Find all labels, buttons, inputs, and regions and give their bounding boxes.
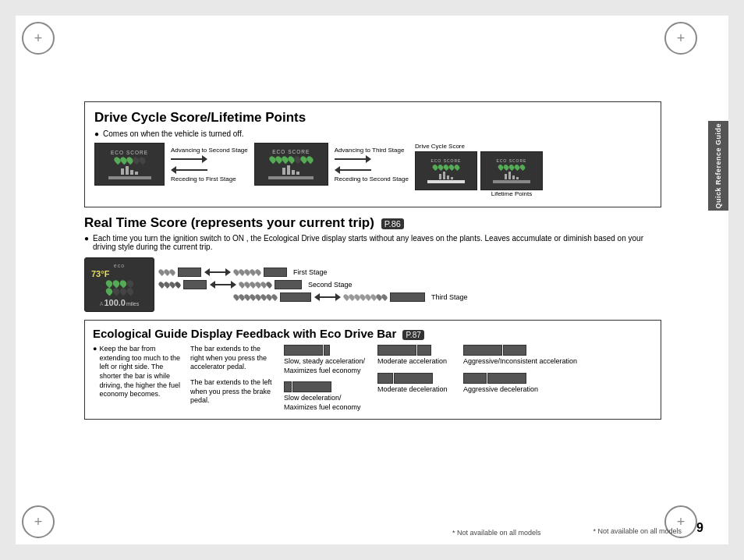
- eco-guide-page-ref: P.87: [402, 330, 423, 340]
- arrow-left-icon: [314, 293, 320, 301]
- advancing-label-2: Advancing to Third Stage: [335, 147, 405, 154]
- third-stage-label: Third Stage: [431, 293, 468, 301]
- arrows-1-2: Advancing to Second Stage Receding to Fi…: [171, 143, 248, 183]
- eco-drive-display: eco 73°F A 100.0 miles: [84, 257, 154, 312]
- main-content: Drive Cycle Score/Lifetime Points ● Come…: [84, 101, 661, 420]
- second-stage-label: Second Stage: [308, 281, 353, 289]
- bullet-icon: ●: [94, 129, 99, 138]
- eco-diagram-3: Drive Cycle Score ECO SCORE: [415, 143, 543, 197]
- eco-diagram-2: ECO SCORE: [254, 143, 328, 186]
- corner-mark-tr: [664, 22, 697, 55]
- sidebar-label: Quick Reference Guide: [714, 123, 722, 209]
- sidebar-tab: Quick Reference Guide: [708, 121, 728, 211]
- drive-cycle-score-label: Drive Cycle Score: [415, 143, 465, 150]
- rts-page-ref: P.86: [381, 218, 404, 229]
- arrow-left-icon: [335, 166, 340, 174]
- eco-screen-2: ECO SCORE: [254, 143, 328, 186]
- second-stage-row: Second Stage: [159, 280, 468, 289]
- eco-diagrams-row: ECO SCORE: [94, 143, 651, 197]
- arrow-right-icon: [366, 155, 371, 163]
- eco-screen-3b: ECO SCORE: [480, 151, 543, 190]
- arrow-right-icon: [225, 268, 231, 276]
- page-number: 9: [696, 521, 703, 535]
- eco-guide-title: Ecological Guide Display Feedback with E…: [93, 327, 653, 340]
- drive-cycle-title: Drive Cycle Score/Lifetime Points: [94, 110, 651, 126]
- receding-label-2: Receding to Second Stage: [335, 175, 409, 183]
- eco-guide-col5: Aggressive/Inconsistent acceleration Agg…: [463, 345, 653, 413]
- rts-bullet: ● Each time you turn the ignition switch…: [84, 234, 661, 251]
- eco-guide-content: ● Keep the bar from extending too much t…: [93, 345, 653, 413]
- footnote: * Not available on all models: [593, 527, 682, 535]
- eco-diagram-1: ECO SCORE: [94, 143, 165, 186]
- first-stage-row: First Stage: [159, 268, 468, 277]
- corner-mark-tl: [22, 22, 55, 55]
- arrow-left-icon: [171, 166, 176, 174]
- corner-mark-bl: [22, 505, 55, 538]
- rts-title: Real Time Score (represents your current…: [84, 215, 661, 231]
- arrow-left-icon: [204, 268, 210, 276]
- advancing-label-1: Advancing to Second Stage: [171, 147, 248, 154]
- drive-cycle-bullet: ● Comes on when the vehicle is turned of…: [94, 129, 651, 138]
- eco-guide-section: Ecological Guide Display Feedback with E…: [84, 320, 661, 420]
- arrow-right-icon: [202, 155, 207, 163]
- footnote-text: * Not available on all models: [452, 529, 541, 537]
- lifetime-label: Lifetime Points: [480, 190, 543, 197]
- eco-screen-3a: ECO SCORE: [415, 151, 477, 190]
- eco-guide-col3: Slow, steady acceleration/ Maximizes fue…: [284, 345, 370, 413]
- stage-displays: First Stage: [159, 268, 468, 302]
- eco-guide-col1: ● Keep the bar from extending too much t…: [93, 345, 182, 413]
- arrow-left-icon: [210, 281, 215, 289]
- drive-cycle-section: Drive Cycle Score/Lifetime Points ● Come…: [84, 101, 661, 207]
- leaf: [306, 155, 314, 164]
- first-stage-label: First Stage: [293, 268, 328, 276]
- eco-guide-col4: Moderate acceleration Moderate decelerat…: [377, 345, 455, 413]
- arrow-right-icon: [335, 293, 341, 301]
- receding-label-1: Receding to First Stage: [171, 175, 236, 183]
- eco-guide-col2: The bar extends to the right when you pr…: [190, 345, 276, 413]
- arrows-2-3: Advancing to Third Stage Receding to Sec…: [335, 143, 409, 183]
- eco-screen-1: ECO SCORE: [94, 143, 165, 186]
- arrow-right-icon: [231, 281, 236, 289]
- real-time-section: Real Time Score (represents your current…: [84, 215, 661, 312]
- third-stage-row: Third Stage: [159, 292, 468, 302]
- stages-row: eco 73°F A 100.0 miles: [84, 257, 661, 312]
- leaf-dim: [137, 155, 146, 164]
- bullet-icon: ●: [84, 234, 89, 243]
